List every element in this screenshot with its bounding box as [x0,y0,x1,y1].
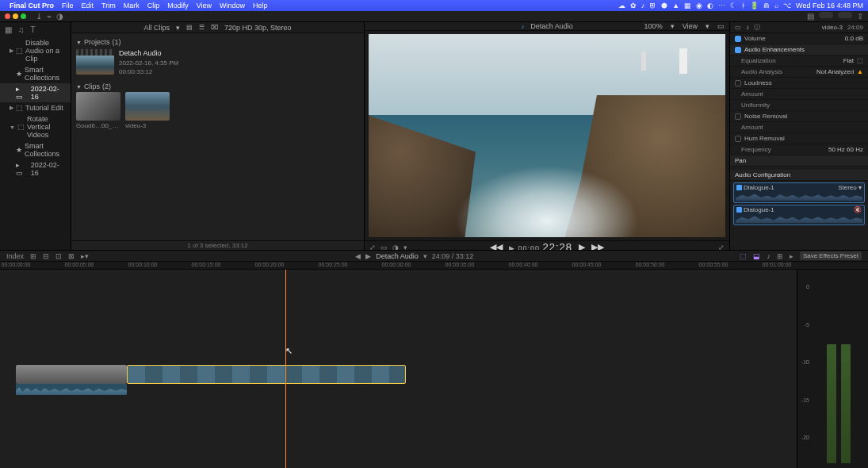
pan-header[interactable]: Pan [730,155,868,167]
menu-mark[interactable]: Mark [124,2,140,10]
trim-tool-icon[interactable]: ⊞ [30,252,36,260]
viewer-canvas[interactable] [369,34,725,237]
nav-fwd-icon[interactable]: ▶ [365,252,371,260]
eq-icon[interactable]: ⬚ [857,57,863,64]
uniformity-row[interactable]: Uniformity [730,100,868,111]
warning-icon[interactable]: ▲ [857,68,863,75]
status-icon[interactable]: ▦ [684,2,691,10]
project-thumbnail[interactable] [76,49,114,75]
clapper-icon[interactable]: ⌧ [211,24,218,31]
library-item[interactable]: ▶⬚ Tutorial Edit [0,102,71,113]
audio-skimming-icon[interactable]: ♪ [767,252,770,260]
skimming-icon[interactable]: ▸ [790,252,793,260]
equalization-row[interactable]: EqualizationFlat ⬚ [730,56,868,67]
effects-icon[interactable]: ⬚ [740,252,747,260]
clips-header[interactable]: ▼Clips (2) [76,81,359,92]
audio-config-header[interactable]: Audio Configuration [730,170,868,181]
append-tool-icon[interactable]: ⊠ [68,252,75,260]
search-icon[interactable]: ⌕ [774,2,778,10]
menubar-datetime[interactable]: Wed Feb 16 4:48 PM [796,2,863,10]
nav-back-icon[interactable]: ◀ [355,252,361,260]
audio-component[interactable]: Dialogue-1 🔇 [733,205,865,225]
library-item[interactable]: ▼⬚ Rotate Vertical Videos [0,113,71,140]
timeline-ruler[interactable]: 00:00:00:00 00:00:05:00 00:00:10:00 00:0… [0,262,868,270]
timeline-clip-selected[interactable]: video-3 [127,365,406,384]
event-item-selected[interactable]: ▸ ▭ 2022-02-16 [0,83,71,102]
close-window-button[interactable] [5,13,10,19]
menu-view[interactable]: View [197,2,212,10]
status-icon[interactable]: ✿ [630,2,637,10]
video-tab-icon[interactable]: ▭ [735,24,741,31]
bluetooth-icon[interactable]: ᚼ [741,2,745,10]
component-checkbox[interactable] [736,185,742,190]
status-icon[interactable]: ▲ [672,2,679,10]
projects-header[interactable]: ▼Projects (1) [76,36,359,48]
library-item[interactable]: ▶⬚ Disable Audio on a Clip [0,37,71,64]
loudness-checkbox[interactable] [735,80,741,86]
menu-trim[interactable]: Trim [101,2,116,10]
audio-tab-icon[interactable]: ♪ [746,24,749,31]
audio-component[interactable]: Dialogue-1 Stereo ▾ [733,182,865,203]
status-icon[interactable]: ⋯ [718,2,725,10]
menu-modify[interactable]: Modify [167,2,189,10]
status-icon[interactable]: ◐ [707,2,713,10]
clip-thumbnail[interactable] [125,92,170,121]
hum-checkbox[interactable] [735,136,741,142]
clip-item[interactable]: video-3 [125,92,170,129]
camera-icon[interactable]: ◉ [696,2,702,10]
volume-row[interactable]: Volume 0.0 dB [730,33,868,44]
browser-mode-select[interactable]: All Clips [143,24,170,32]
smart-collection-item[interactable]: ★ Smart Collections [0,140,71,159]
info-tab-icon[interactable]: ⓘ [754,23,760,32]
smart-collection-item[interactable]: ★ Smart Collections [0,64,71,83]
amount-row[interactable]: Amount [730,122,868,133]
share-button[interactable]: ⇪ [857,12,863,21]
tools-select[interactable]: ▸▾ [81,252,89,260]
menu-help[interactable]: Help [253,2,268,10]
clip-item[interactable]: Good6…00_edit [76,92,120,129]
control-center-icon[interactable]: ⌥ [783,2,791,10]
noise-checkbox[interactable] [735,113,741,120]
mute-icon[interactable]: 🔇 [854,206,862,213]
frequency-row[interactable]: Frequency50 Hz 60 Hz [730,144,868,155]
status-icon[interactable]: ☁ [618,2,625,10]
menu-edit[interactable]: Edit [82,2,94,10]
status-icon[interactable]: ⬢ [661,2,667,10]
photos-tab-icon[interactable]: ♫ [18,25,25,34]
audio-enhancements-header[interactable]: Audio Enhancements [730,44,868,56]
toolbar-icon[interactable]: ▤ [807,12,814,21]
shield-icon[interactable]: ⛨ [649,2,656,10]
zoom-window-button[interactable] [21,13,26,19]
menu-file[interactable]: File [62,2,74,10]
menu-clip[interactable]: Clip [147,2,160,10]
list-view-icon[interactable]: ☰ [199,24,205,31]
snapping-icon[interactable]: ⊞ [777,252,783,260]
amount-row[interactable]: Amount [730,89,868,100]
battery-icon[interactable]: 🔋 [750,2,759,10]
hum-removal-row[interactable]: Hum Removal [730,133,868,144]
playhead[interactable] [285,270,286,468]
project-row[interactable]: Detach Audio 2022-02-16, 4:35 PM 00:00:3… [76,48,359,81]
moon-icon[interactable]: ☾ [730,2,736,10]
toolbar-toggle[interactable] [819,12,833,18]
clip-thumbnail[interactable] [76,92,120,121]
timeline-tracks[interactable]: Good6at 1800_edit video-3 ↖ 0 -5 -10 -15… [0,270,868,468]
toolbar-toggle[interactable] [838,12,852,18]
connect-tool-icon[interactable]: ⊟ [43,252,49,260]
viewer-settings-icon[interactable]: ▭ [717,22,725,30]
volume-value[interactable]: 0.0 dB [845,35,863,42]
insert-tool-icon[interactable]: ⊡ [55,252,62,260]
component-checkbox[interactable] [736,207,742,213]
section-checkbox[interactable] [735,47,741,53]
import-button[interactable]: ⤓ [36,12,42,21]
noise-removal-row[interactable]: Noise Removal [730,111,868,122]
menu-window[interactable]: Window [220,2,245,10]
filmstrip-view-icon[interactable]: ▤ [186,24,193,31]
save-effects-preset-button[interactable]: Save Effects Preset [800,251,862,260]
viewer-zoom-select[interactable]: 100% [644,22,663,30]
timeline-clip[interactable]: Good6at 1800_edit [16,365,127,384]
wifi-icon[interactable]: ⋒ [763,2,770,10]
audio-analysis-row[interactable]: Audio AnalysisNot Analyzed ▲ [730,67,868,78]
library-tab-icon[interactable]: ▦ [5,25,12,34]
event-item[interactable]: ▸ ▭ 2022-02-16 [0,159,71,178]
